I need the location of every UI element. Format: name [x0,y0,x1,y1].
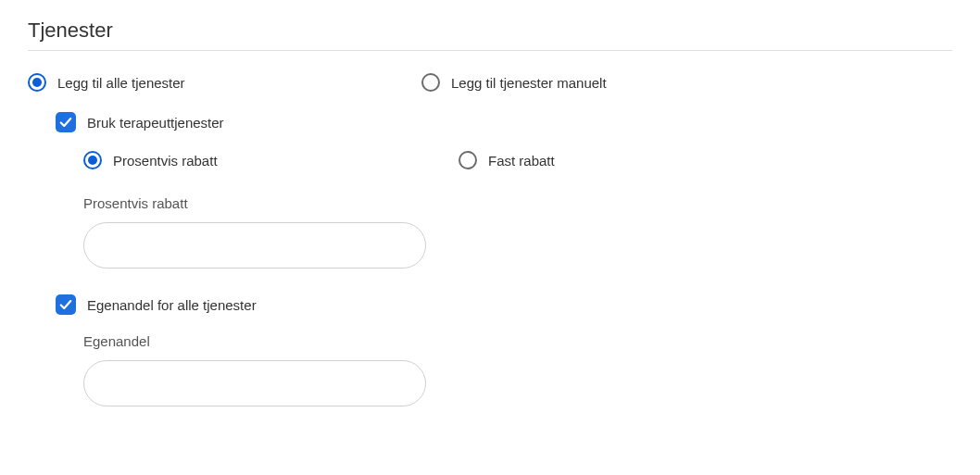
field-label: Prosentvis rabatt [83,195,952,211]
radio-percent-discount[interactable]: Prosentvis rabatt [83,151,459,169]
checkbox-use-therapist-services[interactable]: Bruk terapeuttjenester [56,112,952,132]
radio-add-services-manually[interactable]: Legg til tjenester manuelt [421,73,607,92]
copay-field: Egenandel [83,333,952,406]
radio-icon [83,151,102,169]
checkbox-label: Bruk terapeuttjenester [87,115,224,131]
field-label: Egenandel [83,333,952,349]
radio-label: Prosentvis rabatt [113,153,218,169]
checkbox-copay-all-services[interactable]: Egenandel for alle tjenester [56,294,952,315]
check-icon [59,298,72,311]
radio-dot-icon [32,78,42,87]
radio-label: Legg til tjenester manuelt [451,75,607,91]
checkbox-icon [56,112,76,132]
radio-add-all-services[interactable]: Legg til alle tjenester [28,73,421,92]
radio-dot-icon [88,156,97,165]
checkbox-label: Egenandel for alle tjenester [87,297,257,313]
copay-block: Egenandel [83,333,952,406]
radio-icon [28,73,46,92]
check-icon [59,116,72,129]
therapist-block: Bruk terapeuttjenester Prosentvis rabatt… [56,112,952,406]
percent-discount-field: Prosentvis rabatt [83,195,952,269]
percent-discount-input[interactable] [83,222,426,269]
checkbox-icon [56,294,76,315]
radio-fixed-discount[interactable]: Fast rabatt [459,151,555,169]
copay-input[interactable] [83,360,426,406]
services-section: Tjenester Legg til alle tjenester Legg t… [0,0,980,451]
radio-icon [459,151,477,169]
radio-label: Fast rabatt [488,153,555,169]
radio-icon [421,73,440,92]
service-mode-group: Legg til alle tjenester Legg til tjenest… [28,73,952,92]
section-title: Tjenester [28,19,952,51]
discount-block: Prosentvis rabatt Fast rabatt Prosentvis… [83,151,952,269]
radio-label: Legg til alle tjenester [57,75,185,91]
discount-type-group: Prosentvis rabatt Fast rabatt [83,151,952,169]
